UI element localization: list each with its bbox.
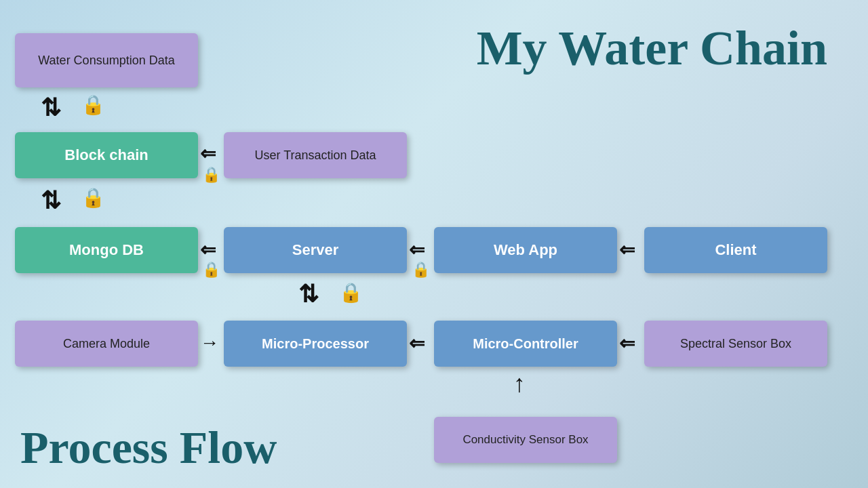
arrow-server-mongo: ⇐ [200,239,216,261]
lock-transaction: 🔒 [202,166,220,184]
arrow-water-blockchain: ⇅ [41,94,61,122]
arrow-camera-micro: → [200,332,219,354]
user-transaction-box: User Transaction Data [224,132,407,178]
lock-water-blockchain: 🔒 [81,94,105,116]
page-title: My Water Chain [477,20,827,77]
lock-blockchain-mongo: 🔒 [81,186,105,209]
lock-server-mongo: 🔒 [202,261,220,279]
conductivity-sensor-box: Conductivity Sensor Box [434,417,617,463]
arrow-transaction-blockchain: ⇐ [200,142,216,165]
microprocessor-box: Micro-Processor [224,321,407,367]
arrow-spectral-micro: ⇐ [619,332,635,354]
arrow-client-webapp: ⇐ [619,239,635,261]
process-flow-label: Process Flow [20,421,277,474]
microcontroller-box: Micro-Controller [434,321,617,367]
blockchain-box: Block chain [15,132,198,178]
spectral-sensor-box: Spectral Sensor Box [644,321,827,367]
webapp-box: Web App [434,227,617,273]
arrow-conductivity-micro: ↑ [513,369,526,398]
camera-module-box: Camera Module [15,321,198,367]
lock-webapp-server: 🔒 [412,261,430,279]
client-box: Client [644,227,827,273]
arrow-server-micro: ⇅ [298,280,319,308]
arrow-microcontroller-micro: ⇐ [409,332,425,354]
arrow-webapp-server: ⇐ [409,239,425,261]
lock-server-micro: 🔒 [339,281,363,304]
mongodb-box: Mongo DB [15,227,198,273]
water-consumption-box: Water Consumption Data [15,33,198,87]
arrow-blockchain-mongo: ⇅ [41,186,61,215]
server-box: Server [224,227,407,273]
